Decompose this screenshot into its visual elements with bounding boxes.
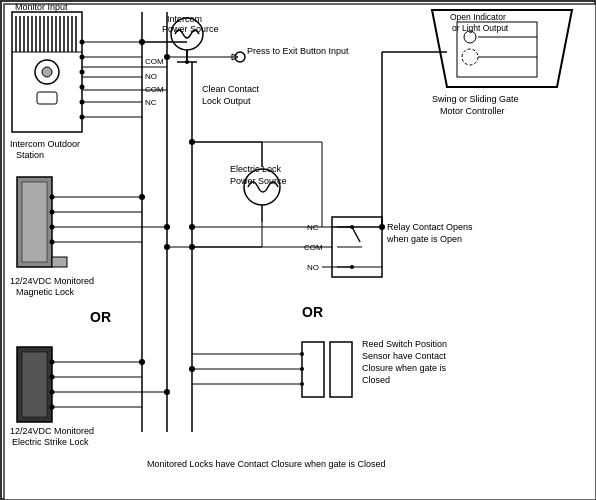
clean-contact-label: Clean Contact	[202, 84, 260, 94]
reed-switch-label4: Closed	[362, 375, 390, 385]
intercom-station-label2: Station	[16, 150, 44, 160]
no-label-1: NO	[145, 72, 157, 81]
svg-point-77	[139, 359, 145, 365]
svg-rect-66	[22, 352, 47, 417]
swing-gate-label: Swing or Sliding Gate	[432, 94, 519, 104]
reed-switch-label2: Sensor have Contact	[362, 351, 447, 361]
relay-contact-label: Relay Contact Opens	[387, 222, 473, 232]
or-label-top: OR	[90, 309, 111, 325]
svg-rect-89	[302, 342, 324, 397]
svg-point-75	[139, 194, 145, 200]
svg-point-48	[164, 54, 170, 60]
svg-point-24	[80, 70, 85, 75]
electric-strike-label: 12/24VDC Monitored	[10, 426, 94, 436]
monitored-locks-label: Monitored Locks have Contact Closure whe…	[147, 459, 386, 469]
svg-rect-60	[52, 257, 67, 267]
magnetic-lock-label2: Magnetic Lock	[16, 287, 75, 297]
monitor-input-label: Monitor Input	[15, 2, 68, 12]
svg-rect-55	[22, 182, 47, 262]
clean-contact-label2: Lock Output	[202, 96, 251, 106]
reed-switch-label: Reed Switch Position	[362, 339, 447, 349]
svg-rect-21	[37, 92, 57, 104]
open-indicator-label2: or Light Output	[452, 23, 509, 33]
svg-point-113	[164, 244, 170, 250]
relay-contact-label2: when gate is Open	[386, 234, 462, 244]
svg-point-49	[244, 169, 280, 205]
intercom-power-label2: Power Source	[162, 24, 219, 34]
svg-point-76	[164, 224, 170, 230]
intercom-station-label: Intercom Outdoor	[10, 139, 80, 149]
svg-point-96	[189, 224, 195, 230]
svg-point-25	[80, 85, 85, 90]
press-to-exit-label: Press to Exit Button Input	[247, 46, 349, 56]
svg-point-78	[164, 389, 170, 395]
or-label-bottom: OR	[302, 304, 323, 320]
electric-strike-label2: Electric Strike Lock	[12, 437, 89, 447]
intercom-power-label: Intercom	[167, 14, 202, 24]
reed-switch-label3: Closure when gate is	[362, 363, 447, 373]
nc-label-1: NC	[145, 98, 157, 107]
svg-point-20	[42, 67, 52, 77]
open-indicator-label: Open Indicator	[450, 12, 506, 22]
swing-gate-label2: Motor Controller	[440, 106, 505, 116]
no-relay-label: NO	[307, 263, 319, 272]
svg-rect-90	[330, 342, 352, 397]
svg-point-32	[235, 52, 245, 62]
svg-point-110	[379, 224, 385, 230]
wiring-diagram: Monitor Input Intercom Outdoor Station I…	[0, 0, 596, 500]
svg-point-46	[139, 39, 145, 45]
electric-lock-power-label2: Power Source	[230, 176, 287, 186]
electric-lock-power-label: Electric Lock	[230, 164, 282, 174]
svg-point-100	[189, 366, 195, 372]
magnetic-lock-label: 12/24VDC Monitored	[10, 276, 94, 286]
com-label-1: COM	[145, 57, 164, 66]
